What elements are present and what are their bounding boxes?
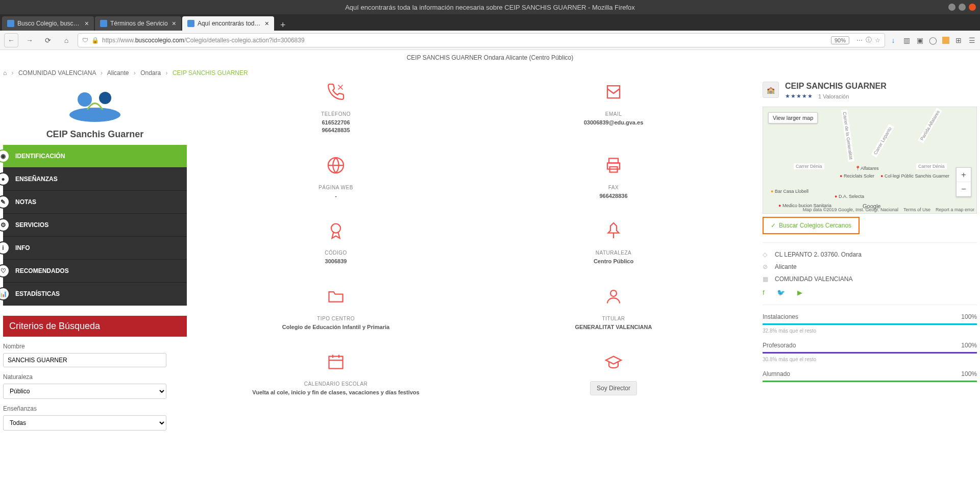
maximize-icon[interactable] [959,4,966,11]
tab-close-icon[interactable]: × [85,19,89,28]
card-email: EMAIL 03006839@edu.gva.es [480,82,747,135]
downloads-icon[interactable]: ↓ [889,36,897,44]
nav-servicios[interactable]: ⚙SERVICIOS [3,214,187,237]
printer-icon [480,155,747,175]
favicon-icon [100,20,107,27]
nav-notas[interactable]: ✎NOTAS [3,191,187,214]
card-value: 03006839@edu.gva.es [480,119,747,127]
svg-point-8 [610,290,617,296]
bookmark-icon[interactable]: ☆ [875,37,880,44]
url-prefix: https://www. [102,37,135,44]
ensenanzas-select[interactable]: Todas [3,415,166,431]
svg-rect-4 [609,158,618,163]
breadcrumb-item[interactable]: Alicante [107,69,129,77]
map-footer: Map data ©2019 Google, Inst. Geogr. Naci… [803,207,974,212]
window-controls [948,4,976,11]
card-value: Centro Público [480,258,747,265]
shield-icon: 🛡 [82,37,88,44]
nav-identificacion[interactable]: ◉IDENTIFICACIÓN [3,145,187,168]
card-director: Soy Director [480,351,747,396]
nav-recomendados[interactable]: ♡RECOMENDADOS [3,260,187,283]
breadcrumb-home[interactable]: ⌂ [3,69,7,77]
building-icon: ▦ [763,275,770,283]
ext1-icon[interactable] [942,37,949,44]
nav-circle-icon: ✎ [0,195,10,209]
zoom-out-button[interactable]: − [957,182,971,196]
minimize-icon[interactable] [948,4,955,11]
svg-point-7 [331,224,340,233]
soy-director-button[interactable]: Soy Director [590,381,637,395]
svg-point-1 [78,92,92,107]
map-road: Carrer de la Generalitat [841,110,854,162]
close-icon[interactable] [969,4,976,11]
card-label: TITULAR [480,316,747,321]
card-naturaleza: NATURALEZA Centro Público [480,220,747,265]
lock-icon: 🔒 [91,37,99,44]
home-button[interactable]: ⌂ [59,33,74,47]
menu-icon[interactable]: ☰ [968,36,976,44]
url-path: /Colegio/detalles-colegio.action?id=3006… [184,37,305,44]
criteria-header: Criterios de Búsqueda [3,316,187,337]
map[interactable]: View larger map Carrer Dénia Carrer Lepa… [763,107,977,214]
view-larger-map-button[interactable]: View larger map [768,112,818,123]
calendar-icon [202,351,470,372]
more-icon[interactable]: ⋯ [856,37,863,44]
map-report[interactable]: Report a map error [936,207,974,212]
school-thumb-icon: 🏫 [763,82,779,98]
new-tab-button[interactable]: + [275,20,291,31]
browser-toolbar: ← → ⟳ ⌂ 🛡 🔒 https://www.buscocolegio.com… [0,31,980,50]
tab-close-icon[interactable]: × [265,19,269,28]
twitter-icon[interactable]: 🐦 [777,289,785,296]
buscar-cercanos-button[interactable]: ✓ Buscar Colegios Cercanos [763,217,860,234]
sidebar-icon[interactable]: ▣ [916,36,924,44]
breadcrumb-item[interactable]: Ondara [140,69,161,77]
side-nav: ◉IDENTIFICACIÓN ●ENSEÑANZAS ✎NOTAS ⚙SERV… [3,145,187,306]
nav-ensenanzas[interactable]: ●ENSEÑANZAS [3,168,187,191]
zoom-badge[interactable]: 90% [831,36,849,44]
back-button[interactable]: ← [4,33,18,47]
metric-note: 32.8% más que el resto [763,328,977,334]
account-icon[interactable]: ◯ [929,36,937,44]
breadcrumb: ⌂ › COMUNIDAD VALENCIANA › Alicante › On… [3,67,977,82]
card-fax: FAX 966428836 [480,155,747,200]
nav-estadisticas[interactable]: 📊ESTADÍSTICAS [3,283,187,306]
library-icon[interactable]: ▥ [902,36,911,44]
nav-info[interactable]: iINFO [3,237,187,260]
nombre-input[interactable] [3,353,166,367]
right-column: 🏫 CEIP SANCHIS GUARNER ★★★★★ 1 Valoració… [763,82,977,431]
tab-close-icon[interactable]: × [172,19,176,28]
facebook-icon[interactable]: f [763,289,765,296]
tab-1[interactable]: Términos de Servicio × [95,16,181,31]
metric-alumnado: Alumnado100% [763,370,977,382]
location-icon: ◇ [763,251,770,258]
ext2-icon[interactable]: ⊞ [954,36,963,44]
breadcrumb-item[interactable]: COMUNIDAD VALENCIANA [18,69,96,77]
nav-label: ESTADÍSTICAS [15,290,60,297]
card-label: TELÉFONO [202,111,470,117]
forward-button[interactable]: → [22,33,37,47]
url-bar[interactable]: 🛡 🔒 https://www.buscocolegio.com/Colegio… [78,33,885,47]
card-telefono: TELÉFONO 616522706 966428835 [202,82,470,135]
reload-button[interactable]: ⟳ [41,33,55,47]
map-poi: ● D.A. Selecta [835,194,864,199]
window-titlebar: Aquí encontrarás toda la información nec… [0,0,980,14]
tab-label: Aquí encontrarás toda la [198,20,261,27]
favicon-icon [7,20,14,27]
naturaleza-select[interactable]: Público [3,384,166,399]
zoom-in-button[interactable]: + [957,168,971,182]
school-name: CEIP Sanchis Guarner [3,129,187,140]
person-icon [480,286,747,307]
map-road: Carrer Dénia [794,163,824,169]
reader-icon[interactable]: ⓘ [866,36,872,44]
tab-0[interactable]: Busco Colegio, busca y c × [2,16,94,31]
page-subtitle: CEIP SANCHIS GUARNER Ondara Alicante (Ce… [3,50,977,67]
youtube-icon[interactable]: ▶ [797,289,802,296]
envelope-icon [480,82,747,102]
tab-2[interactable]: Aquí encontrarás toda la × [182,16,274,31]
card-value: 3006839 [202,258,470,265]
map-poi: ● Reciclats Soler [840,173,874,179]
left-column: CEIP Sanchis Guarner ◉IDENTIFICACIÓN ●EN… [3,82,187,431]
nav-circle-icon: ⚙ [0,218,10,232]
page-content: CEIP SANCHIS GUARNER Ondara Alicante (Ce… [0,50,980,504]
map-terms[interactable]: Terms of Use [903,207,930,212]
